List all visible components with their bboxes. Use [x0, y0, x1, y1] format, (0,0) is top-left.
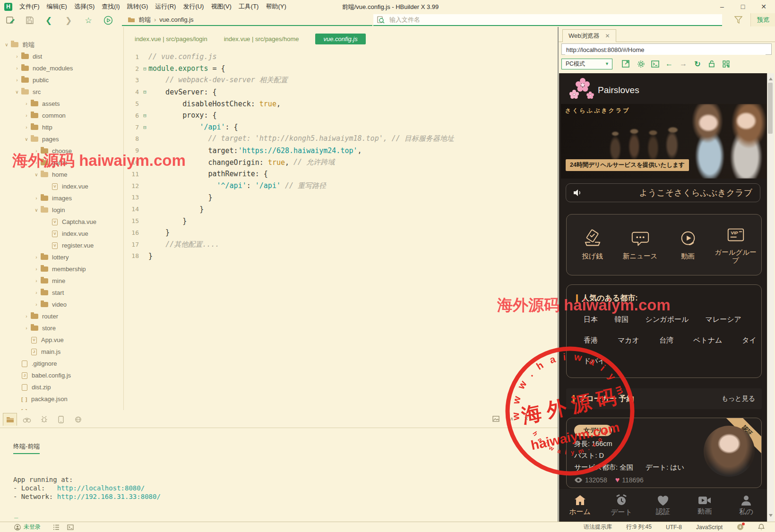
update-icon[interactable] [737, 523, 744, 531]
open-external-icon[interactable] [620, 58, 631, 69]
scroll-down-arrow[interactable] [769, 514, 773, 517]
bell-icon[interactable] [758, 523, 765, 531]
browser-scrollbar[interactable] [767, 73, 774, 522]
tree-item-images[interactable]: ›images [0, 192, 123, 204]
explorer-tab-device[interactable] [54, 413, 68, 426]
editor-tab-home[interactable]: index.vue | src/pages/home [224, 35, 299, 43]
tree-item-lottery[interactable]: ›lottery [0, 251, 123, 263]
url-input[interactable] [565, 44, 766, 55]
tree-item-app-vue[interactable]: VApp.vue [0, 334, 123, 346]
tree-item-start[interactable]: ›start [0, 287, 123, 299]
scroll-up-arrow[interactable] [769, 77, 773, 80]
menu-goto[interactable]: 跳转(G) [126, 2, 150, 11]
menu-help[interactable]: 帮助(Y) [264, 2, 287, 11]
syntax-hint[interactable]: 语法提示库 [584, 523, 612, 531]
preview-button[interactable]: 预览 [750, 13, 775, 26]
browser-url-bar[interactable] [561, 43, 772, 55]
menu-select[interactable]: 选择(S) [73, 2, 96, 11]
new-file-button[interactable] [5, 15, 15, 26]
nav-verify[interactable]: 認証 [642, 489, 684, 522]
breadcrumb[interactable]: 前端 › vue.config.js [122, 14, 372, 26]
breadcrumb-file[interactable]: vue.config.js [159, 16, 193, 23]
menu-publish[interactable]: 发行(U) [181, 2, 205, 11]
tree-item-pages[interactable]: ∨pages [0, 133, 123, 145]
site-brand[interactable]: Pairsloves [598, 85, 639, 95]
tree-item-store[interactable]: ›store [0, 322, 123, 334]
explorer-tab-cloud[interactable] [71, 413, 85, 426]
scrollbar-thumb[interactable] [768, 83, 773, 134]
tree-item-root[interactable]: ∨前端 [0, 39, 123, 51]
explorer-tab-debug[interactable] [37, 413, 51, 426]
encoding[interactable]: UTF-8 [666, 524, 682, 531]
city-link[interactable]: マレーシア [706, 315, 741, 324]
feature-tip[interactable]: 投げ銭 [571, 229, 614, 260]
nav-home[interactable]: ホーム [559, 489, 601, 522]
tree-item-node-modules[interactable]: ›node_modules [0, 62, 123, 74]
menu-tools[interactable]: 工具(T) [237, 2, 260, 11]
close-button[interactable]: ✕ [753, 0, 774, 13]
file-search-bar[interactable] [373, 14, 722, 26]
terminal-toggle-icon[interactable] [67, 524, 74, 530]
browser-tab[interactable]: Web浏览器 ✕ [562, 29, 616, 42]
file-search-input[interactable] [388, 16, 693, 24]
save-button[interactable] [25, 15, 35, 26]
terminal-tab[interactable]: 终端-前端 [13, 442, 40, 454]
console-icon[interactable] [649, 58, 661, 69]
city-link[interactable]: ベトナム [693, 336, 722, 345]
tree-item-dist-zip[interactable]: dist.zip [0, 381, 123, 393]
city-link[interactable]: シンガポール [646, 315, 689, 324]
tree-item-membership[interactable]: ›membership [0, 263, 123, 275]
qr-code-icon[interactable] [720, 58, 732, 69]
lock-open-icon[interactable] [706, 58, 717, 69]
tree-item-video[interactable]: ›video [0, 299, 123, 310]
nav-mine[interactable]: 私の [725, 489, 767, 522]
fold-icon[interactable]: ⊟ [141, 89, 148, 95]
tree-item-captcha[interactable]: VCaptcha.vue [0, 216, 123, 228]
login-status[interactable]: 未登录 [14, 523, 41, 531]
menu-edit[interactable]: 编辑(E) [45, 2, 69, 11]
tree-item-dist[interactable]: ›dist [0, 51, 123, 62]
maximize-button[interactable]: □ [732, 0, 753, 13]
feature-girl-group[interactable]: VIP ガールグループ [714, 225, 758, 265]
tree-item-register[interactable]: Vregister.vue [0, 240, 123, 251]
local-url[interactable]: http://localhost:8080/ [57, 484, 145, 492]
tree-item-login[interactable]: ∨login [0, 204, 123, 216]
tree-item-login-index[interactable]: Vindex.vue [0, 228, 123, 240]
menu-run[interactable]: 运行(R) [154, 2, 177, 11]
city-link[interactable]: 韓国 [614, 315, 629, 324]
tree-item-main-js[interactable]: Jmain.js [0, 346, 123, 358]
gear-icon[interactable] [635, 58, 646, 69]
hero-banner[interactable]: さくらふぶきクラブ 24時間デリヘルサービスを提供いたします [561, 104, 766, 179]
fold-icon[interactable]: ⊟ [141, 112, 148, 119]
menu-file[interactable]: 文件(F) [18, 2, 41, 11]
feature-video[interactable]: 動画 [666, 229, 710, 260]
nav-video[interactable]: 動画 [684, 489, 725, 522]
minimize-button[interactable]: – [712, 0, 732, 13]
city-link[interactable]: タイ [742, 336, 757, 345]
outline-list-icon[interactable] [53, 524, 60, 530]
tree-item-http[interactable]: ›http [0, 121, 123, 133]
tree-item-package-json[interactable]: package.json [0, 393, 123, 405]
nav-forward-icon[interactable]: → [678, 58, 689, 69]
feature-news[interactable]: 新ニュース [619, 229, 662, 260]
refresh-icon[interactable]: ↻ [692, 58, 703, 69]
editor-tab-login[interactable]: index.vue | src/pages/login [135, 35, 207, 43]
nav-back-icon[interactable]: ← [663, 58, 675, 69]
breadcrumb-project[interactable]: 前端 [138, 16, 151, 24]
run-button[interactable] [103, 15, 113, 26]
network-url[interactable]: http://192.168.31.33:8080/ [57, 493, 161, 500]
image-icon[interactable] [492, 416, 499, 422]
forward-button[interactable]: ❯ [63, 15, 74, 26]
tree-item-clipped[interactable] [0, 405, 123, 410]
tree-item-common[interactable]: ›common [0, 110, 123, 121]
tree-item-mine[interactable]: ›mine [0, 275, 123, 287]
menu-find[interactable]: 查找(I) [100, 2, 121, 11]
cursor-position[interactable]: 行:9 列:45 [626, 523, 652, 531]
editor-tab-vue-config[interactable]: vue.config.js [315, 34, 365, 44]
close-icon[interactable]: ✕ [605, 33, 610, 39]
more-link[interactable]: もっと見る [722, 395, 755, 403]
menu-view[interactable]: 视图(V) [209, 2, 232, 11]
device-mode-select[interactable]: PC模式▼ [561, 59, 612, 69]
language-mode[interactable]: JavaScript [696, 524, 723, 531]
tree-item-src[interactable]: ∨src [0, 86, 123, 98]
